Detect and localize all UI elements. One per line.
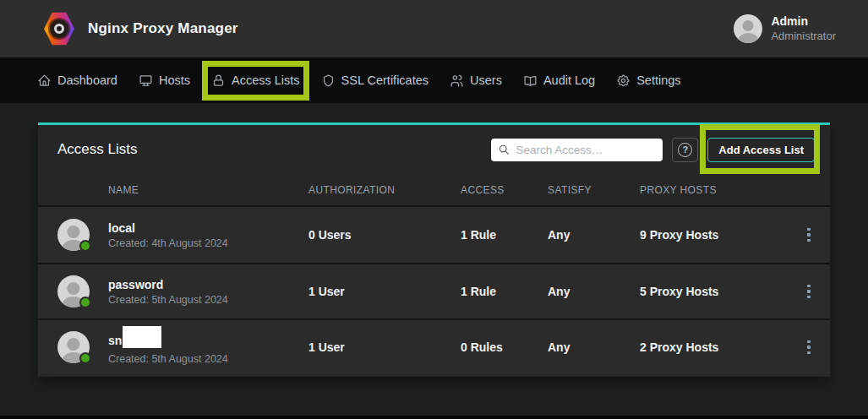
search-box xyxy=(491,139,663,161)
nav-label: Access Lists xyxy=(232,73,300,87)
nav-label: Hosts xyxy=(159,73,190,87)
access-value: 1 Rule xyxy=(461,285,548,298)
authorization-value: 0 Users xyxy=(308,228,461,242)
status-online-dot xyxy=(79,240,91,252)
search-icon xyxy=(498,143,510,156)
nav-label: SSL Certificates xyxy=(341,73,429,87)
shield-icon xyxy=(321,73,336,88)
nginx-proxy-manager-app: Nginx Proxy Manager Admin Administrator … xyxy=(0,0,868,419)
question-mark-icon: ? xyxy=(678,143,692,157)
row-menu-kebab-icon[interactable] xyxy=(801,224,816,246)
brand: Nginx Proxy Manager xyxy=(44,12,238,46)
monitor-icon xyxy=(139,73,153,88)
user-name: Admin xyxy=(771,14,836,30)
nav-item-access-lists[interactable]: Access Lists xyxy=(211,73,300,88)
status-online-dot xyxy=(79,352,91,364)
nav-item-ssl-certificates[interactable]: SSL Certificates xyxy=(321,73,429,88)
page-title: Access Lists xyxy=(57,141,137,158)
table-row[interactable]: password Created: 5th August 2024 1 User… xyxy=(38,263,830,318)
access-list-avatar xyxy=(57,331,90,363)
column-header-name: NAME xyxy=(108,184,308,196)
main-nav: Dashboard Hosts Access Lists SSL Certifi… xyxy=(0,57,868,103)
column-header-satisfy: SATISFY xyxy=(548,184,640,196)
column-header-authorization: AUTHORIZATION xyxy=(308,184,461,196)
users-icon xyxy=(450,73,464,88)
satisfy-value: Any xyxy=(548,228,640,242)
panel-header: Access Lists ? Add Access List xyxy=(38,125,830,174)
proxy-hosts-value: 9 Proxy Hosts xyxy=(640,228,801,242)
nav-label: Audit Log xyxy=(543,73,595,87)
satisfy-value: Any xyxy=(548,285,640,298)
proxy-hosts-value: 5 Proxy Hosts xyxy=(640,285,801,298)
home-icon xyxy=(37,73,52,88)
topbar: Nginx Proxy Manager Admin Administrator xyxy=(0,0,868,57)
nav-item-settings[interactable]: Settings xyxy=(616,73,680,88)
app-title: Nginx Proxy Manager xyxy=(88,20,238,37)
add-access-list-wrap: Add Access List xyxy=(707,138,815,162)
access-lists-panel: Access Lists ? Add Access List xyxy=(38,122,830,377)
table-row[interactable]: local Created: 4th August 2024 0 Users 1… xyxy=(38,207,830,263)
access-list-name: sn xyxy=(108,333,122,348)
row-menu-kebab-icon[interactable] xyxy=(801,336,816,358)
access-list-created: Created: 4th August 2024 xyxy=(108,237,308,249)
row-menu-kebab-icon[interactable] xyxy=(801,280,816,302)
access-list-avatar xyxy=(57,219,90,251)
nav-item-users[interactable]: Users xyxy=(450,73,502,88)
user-role: Administrator xyxy=(771,30,836,43)
nav-label: Settings xyxy=(636,73,680,87)
nav-item-audit-log[interactable]: Audit Log xyxy=(523,73,595,88)
nav-item-hosts[interactable]: Hosts xyxy=(139,73,190,88)
content-area: Access Lists ? Add Access List xyxy=(0,103,868,419)
user-menu[interactable]: Admin Administrator xyxy=(734,14,836,43)
help-button[interactable]: ? xyxy=(672,138,698,162)
panel-controls: ? Add Access List xyxy=(491,138,823,162)
authorization-value: 1 User xyxy=(308,285,461,298)
user-avatar xyxy=(734,14,762,43)
column-header-access: ACCESS xyxy=(461,184,548,196)
gear-icon xyxy=(616,73,631,88)
add-access-list-button[interactable]: Add Access List xyxy=(707,138,815,162)
nav-item-dashboard[interactable]: Dashboard xyxy=(37,73,117,88)
access-list-created: Created: 5th August 2024 xyxy=(108,294,308,306)
status-online-dot xyxy=(79,297,91,308)
access-list-created: Created: 5th August 2024 xyxy=(108,353,308,365)
access-list-name: local xyxy=(108,220,135,236)
authorization-value: 1 User xyxy=(308,340,461,354)
satisfy-value: Any xyxy=(548,340,640,354)
user-info: Admin Administrator xyxy=(771,14,836,43)
book-icon xyxy=(523,73,538,88)
access-value: 1 Rule xyxy=(461,228,548,242)
app-logo-icon xyxy=(44,12,74,46)
table-row[interactable]: sn Created: 5th August 2024 1 User 0 Rul… xyxy=(38,318,830,374)
redaction-box xyxy=(123,326,161,348)
nav-label: Users xyxy=(470,73,502,87)
lock-icon xyxy=(211,73,226,88)
access-value: 0 Rules xyxy=(461,340,548,354)
screen-bottom-edge xyxy=(0,416,868,419)
access-list-name: password xyxy=(108,277,163,292)
proxy-hosts-value: 2 Proxy Hosts xyxy=(640,340,801,354)
search-input[interactable] xyxy=(516,144,657,156)
table-header: NAME AUTHORIZATION ACCESS SATISFY PROXY … xyxy=(38,174,830,207)
access-list-avatar xyxy=(57,275,90,307)
column-header-proxy-hosts: PROXY HOSTS xyxy=(640,184,801,196)
nav-label: Dashboard xyxy=(57,73,117,87)
